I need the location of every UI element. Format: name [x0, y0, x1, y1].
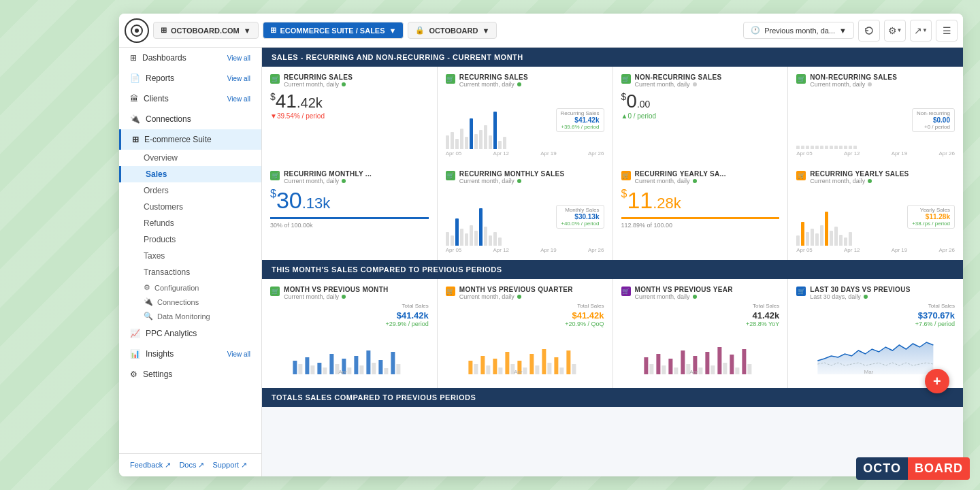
menu-button[interactable]: ☰	[936, 20, 958, 42]
card-icon-1: 🛒	[270, 74, 280, 84]
board-dropdown[interactable]: 🔒 OCTOBOARD ▼	[408, 22, 497, 39]
card-title-3: NON-RECURRING SALES	[635, 74, 722, 81]
clients-viewall[interactable]: View all	[227, 95, 250, 103]
clock-icon: 🕐	[751, 26, 760, 35]
sidebar-sub-overview[interactable]: Overview	[119, 150, 261, 166]
workspace-caret: ▼	[244, 27, 251, 35]
sidebar-item-ppc[interactable]: 📈 PPC Analytics	[119, 323, 261, 344]
sidebar-item-insights[interactable]: 📊 Insights View all	[119, 344, 261, 364]
sidebar-item-clients[interactable]: 🏛 Clients View all	[119, 88, 261, 109]
insights-viewall[interactable]: View all	[227, 350, 250, 358]
svg-rect-55	[735, 368, 739, 374]
overview-label: Overview	[144, 153, 178, 163]
time-label: Previous month, da...	[764, 27, 835, 35]
section3-header: TOTALS SALES COMPARED TO PREVIOUS PERIOD…	[262, 388, 963, 407]
card-monthly-1: 🛒 RECURRING MONTHLY ... Current month, d…	[262, 163, 437, 260]
svg-rect-22	[474, 364, 478, 374]
dashboards-viewall[interactable]: View all	[227, 54, 250, 62]
sidebar-sub-taxes[interactable]: Taxes	[119, 248, 261, 264]
chart-labels-2: Apr 05Apr 12Apr 19Apr 26	[446, 150, 604, 157]
settings-icon-sidebar: ⚙	[130, 370, 137, 379]
card-title-7: RECURRING YEARLY SA...	[635, 170, 726, 178]
caret-icon: ▼	[897, 27, 902, 33]
comp-icon-3: 🛒	[621, 287, 631, 296]
sidebar-item-reports[interactable]: 📄 Reports View all	[119, 68, 261, 88]
svg-rect-49	[698, 368, 702, 374]
sidebar-item-ecommerce[interactable]: ⊞ E-commerce Suite	[119, 129, 261, 150]
card-icon-8: 🛒	[796, 171, 806, 180]
card-yearly-2: 🛒 RECURRING YEARLY SALES Current month, …	[788, 163, 963, 260]
svg-text:Apr: Apr	[338, 369, 347, 374]
card-icon-4: 🛒	[796, 74, 806, 84]
workspace-label: OCTOBOARD.COM	[171, 27, 240, 35]
sidebar-sub-connections[interactable]: 🔌 Connections	[119, 295, 261, 309]
board-caret: ▼	[482, 27, 489, 35]
support-link[interactable]: Support ↗	[213, 461, 248, 470]
share-button[interactable]: ↗ ▼	[910, 20, 932, 42]
sidebar-item-settings[interactable]: ⚙ Settings	[119, 364, 261, 385]
comp-card-month: 🛒 MONTH VS PREVIOUS MONTH Current month,…	[262, 279, 437, 388]
settings-icon: ⚙	[888, 25, 897, 36]
card-title-4: NON-RECURRING SALES	[810, 74, 897, 81]
comp-card-year: 🛒 MONTH VS PREVIOUS YEAR Current month, …	[613, 279, 788, 388]
sidebar-sub-customers[interactable]: Customers	[119, 199, 261, 215]
svg-rect-56	[742, 349, 746, 374]
hamburger-icon: ☰	[943, 25, 951, 36]
svg-rect-36	[559, 368, 564, 374]
svg-rect-11	[347, 368, 351, 374]
sidebar-sub-orders[interactable]: Orders	[119, 182, 261, 199]
brand-right: BOARD	[908, 457, 970, 480]
comp-icon-2: 🛒	[446, 287, 455, 296]
suite-label: ECOMMERCE SUITE / SALES	[280, 27, 385, 35]
data-monitoring-label: Data Monitoring	[157, 312, 210, 321]
brand-left: OCTO	[856, 457, 908, 480]
sidebar-item-dashboards[interactable]: ⊞ Dashboards View all	[119, 48, 261, 68]
gear-icon: ⚙	[144, 283, 150, 292]
card-value-1: $41.42k	[270, 92, 429, 111]
sales-label: Sales	[146, 169, 167, 179]
export-button[interactable]: ⚙ ▼	[884, 20, 906, 42]
svg-rect-16	[378, 360, 382, 374]
connections-label: Connections	[146, 114, 250, 124]
workspace-dropdown[interactable]: ⊞ OCTOBOARD.COM ▼	[153, 22, 259, 39]
svg-rect-15	[372, 363, 376, 374]
svg-rect-44	[668, 359, 672, 374]
feedback-link[interactable]: Feedback ↗	[130, 461, 171, 470]
card-nonrecurring-2: 🛒 NON-RECURRING SALES Current month, dai…	[788, 67, 963, 163]
sidebar-sub-transactions[interactable]: Transactions	[119, 264, 261, 280]
sidebar-sub-datamonitoring[interactable]: 🔍 Data Monitoring	[119, 309, 261, 323]
sidebar-item-connections[interactable]: 🔌 Connections	[119, 109, 261, 129]
comp-subtitle-1: Current month, daily	[284, 293, 389, 300]
sidebar-sub-products[interactable]: Products	[119, 231, 261, 248]
card-icon-5: 🛒	[270, 171, 280, 180]
sidebar-sub-config[interactable]: ⚙ Configuration	[119, 280, 261, 295]
insights-icon: 📊	[130, 349, 140, 359]
card-subtitle-3: Current month, daily	[635, 81, 722, 88]
svg-rect-24	[486, 365, 490, 374]
suite-dropdown[interactable]: ⊞ ECOMMERCE SUITE / SALES ▼	[263, 22, 404, 39]
comp-subtitle-2: Current month, daily	[459, 293, 573, 300]
reports-viewall[interactable]: View all	[227, 75, 250, 82]
sidebar-sub-refunds[interactable]: Refunds	[119, 215, 261, 231]
card-title-2: RECURRING SALES	[459, 74, 528, 81]
config-label: Configuration	[154, 284, 199, 292]
refresh-button[interactable]	[858, 20, 880, 42]
card-yearly-1: 🛒 RECURRING YEARLY SA... Current month, …	[613, 163, 788, 260]
svg-rect-2	[293, 361, 297, 374]
add-button[interactable]: +	[925, 369, 949, 393]
ecommerce-icon: ⊞	[132, 135, 139, 144]
ppc-label: PPC Analytics	[146, 329, 250, 338]
svg-rect-5	[310, 365, 314, 374]
docs-link[interactable]: Docs ↗	[179, 461, 204, 470]
time-selector[interactable]: 🕐 Previous month, da... ▼	[743, 22, 854, 39]
svg-rect-53	[723, 363, 727, 374]
sidebar-sub-sales[interactable]: Sales	[119, 166, 261, 182]
card-change-3: ▲0 / period	[621, 112, 780, 120]
section3-title: TOTALS SALES COMPARED TO PREVIOUS PERIOD…	[272, 393, 476, 402]
svg-rect-35	[554, 357, 558, 374]
comp-title-4: LAST 30 DAYS VS PREVIOUS	[810, 286, 910, 293]
comp-title-3: MONTH VS PREVIOUS YEAR	[635, 286, 733, 293]
logo[interactable]	[125, 18, 149, 43]
topbar: ⊞ OCTOBOARD.COM ▼ ⊞ ECOMMERCE SUITE / SA…	[119, 14, 963, 48]
comp-title-1: MONTH VS PREVIOUS MONTH	[284, 286, 389, 293]
